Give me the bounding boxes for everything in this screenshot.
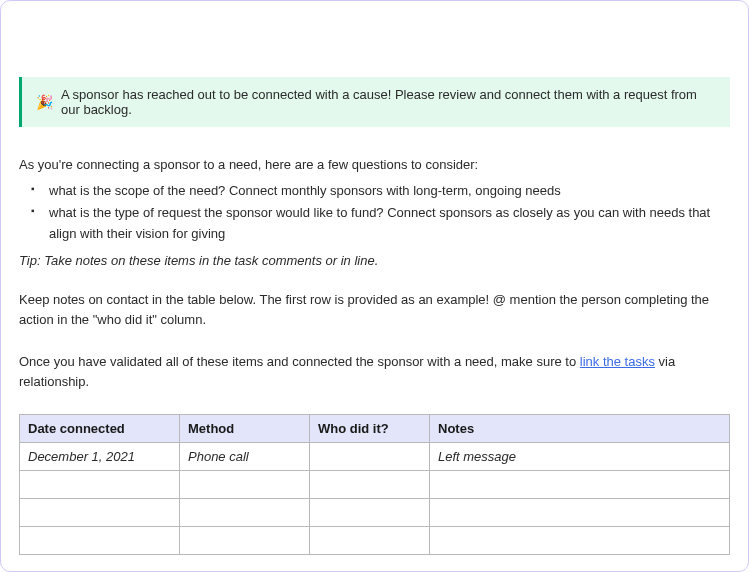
col-date: Date connected — [20, 415, 180, 443]
intro-text: As you're connecting a sponsor to a need… — [19, 155, 730, 175]
link-the-tasks-link[interactable]: link the tasks — [580, 354, 655, 369]
cell-who[interactable] — [310, 499, 430, 527]
cell-notes[interactable] — [430, 499, 730, 527]
validate-paragraph: Once you have validated all of these ite… — [19, 352, 730, 392]
table-row[interactable] — [20, 527, 730, 555]
cell-who[interactable] — [310, 527, 430, 555]
col-method: Method — [180, 415, 310, 443]
document-page: 🎉 A sponsor has reached out to be connec… — [0, 0, 749, 572]
contact-log-table[interactable]: Date connected Method Who did it? Notes … — [19, 414, 730, 555]
cell-notes[interactable] — [430, 527, 730, 555]
table-row[interactable]: December 1, 2021 Phone call Left message — [20, 443, 730, 471]
col-who: Who did it? — [310, 415, 430, 443]
cell-date[interactable] — [20, 527, 180, 555]
questions-list: what is the scope of the need? Connect m… — [19, 181, 730, 245]
cell-date[interactable] — [20, 499, 180, 527]
cell-method[interactable]: Phone call — [180, 443, 310, 471]
cell-who[interactable] — [310, 443, 430, 471]
cell-notes[interactable]: Left message — [430, 443, 730, 471]
sponsor-callout: 🎉 A sponsor has reached out to be connec… — [19, 77, 730, 127]
question-item: what is the scope of the need? Connect m… — [37, 181, 730, 202]
table-row[interactable] — [20, 471, 730, 499]
tip-text: Tip: Take notes on these items in the ta… — [19, 253, 730, 268]
table-row[interactable] — [20, 499, 730, 527]
table-header-row: Date connected Method Who did it? Notes — [20, 415, 730, 443]
question-item: what is the type of request the sponsor … — [37, 203, 730, 245]
cell-date[interactable]: December 1, 2021 — [20, 443, 180, 471]
cell-method[interactable] — [180, 499, 310, 527]
cell-who[interactable] — [310, 471, 430, 499]
document-body: 🎉 A sponsor has reached out to be connec… — [19, 19, 730, 555]
cell-notes[interactable] — [430, 471, 730, 499]
callout-text: A sponsor has reached out to be connecte… — [61, 87, 716, 117]
col-notes: Notes — [430, 415, 730, 443]
cell-method[interactable] — [180, 471, 310, 499]
validate-before: Once you have validated all of these ite… — [19, 354, 580, 369]
notes-paragraph: Keep notes on contact in the table below… — [19, 290, 730, 330]
party-popper-icon: 🎉 — [36, 95, 53, 109]
cell-method[interactable] — [180, 527, 310, 555]
cell-date[interactable] — [20, 471, 180, 499]
